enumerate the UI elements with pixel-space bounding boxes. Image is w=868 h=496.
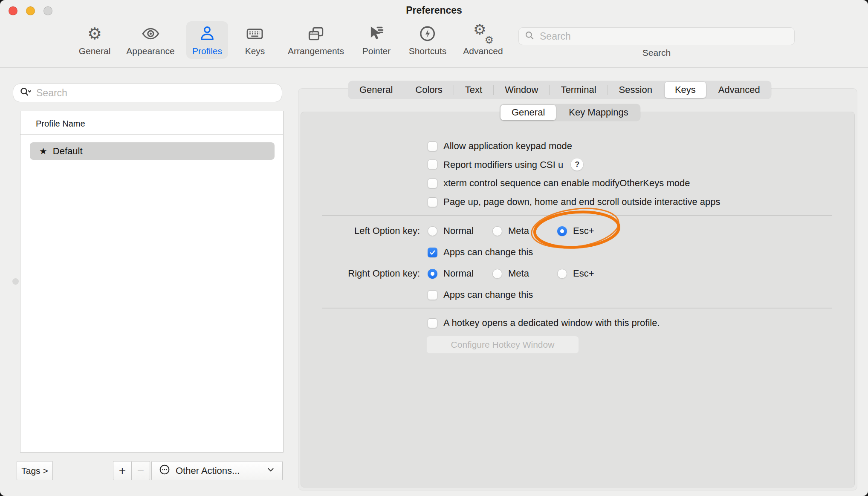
profile-name: Default — [53, 146, 83, 157]
radio-right-meta-item: Meta — [492, 268, 529, 279]
checkbox-keypad-mode[interactable] — [428, 141, 437, 151]
profile-list: Profile Name ★ Default — [20, 111, 284, 453]
radio-left-meta-item: Meta — [492, 225, 529, 236]
radio-right-esc-item: Esc+ — [557, 268, 594, 279]
radio-right-esc[interactable] — [557, 269, 567, 279]
tab-general[interactable]: General — [348, 81, 404, 99]
tab-window[interactable]: Window — [494, 81, 549, 99]
checkbox-csi-u[interactable] — [428, 160, 437, 170]
radio-left-normal[interactable] — [428, 226, 437, 236]
remove-profile-button[interactable]: − — [131, 461, 150, 480]
checkbox-page-scroll[interactable] — [428, 197, 437, 207]
left-option-key-label: Left Option key: — [311, 225, 420, 236]
checkbox-row: Page up, page down, home and end scroll … — [428, 196, 720, 208]
toolbar-item-profiles[interactable]: Profiles — [186, 21, 228, 59]
profile-search-field[interactable] — [13, 84, 282, 102]
keys-subtab-bar: General Key Mappings — [500, 104, 640, 121]
toolbar-search-field[interactable] — [518, 27, 795, 45]
gear-icon: ⚙ — [87, 24, 102, 43]
radio-right-meta[interactable] — [492, 269, 502, 279]
tab-advanced[interactable]: Advanced — [707, 81, 771, 99]
tab-colors[interactable]: Colors — [404, 81, 454, 99]
preferences-window: Preferences ⚙ General Appearance Profile… — [0, 0, 868, 496]
checkbox-right-apps-can-change[interactable] — [428, 290, 437, 300]
circle-ellipsis-icon — [159, 464, 171, 478]
radio-right-normal[interactable] — [428, 269, 437, 279]
profile-list-header: Profile Name — [36, 119, 85, 129]
toolbar-item-general[interactable]: ⚙ General — [73, 21, 117, 59]
toolbar-item-appearance[interactable]: Appearance — [120, 21, 180, 59]
windows-icon — [307, 24, 325, 43]
radio-left-meta[interactable] — [492, 226, 502, 236]
search-icon — [524, 30, 535, 43]
help-button[interactable]: ? — [571, 159, 583, 171]
checkbox-hotkey-window[interactable] — [428, 318, 437, 328]
section-divider — [322, 215, 832, 216]
profile-row-default[interactable]: ★ Default — [30, 142, 275, 160]
section-divider — [322, 308, 832, 309]
checkbox-row: Apps can change this — [428, 289, 533, 300]
title-bar: Preferences — [0, 0, 868, 21]
tab-terminal[interactable]: Terminal — [550, 81, 607, 99]
radio-left-esc-item: Esc+ — [557, 225, 594, 236]
toolbar-item-arrangements[interactable]: Arrangements — [282, 21, 350, 59]
configure-hotkey-window-button[interactable]: Configure Hotkey Window — [426, 336, 579, 354]
radio-left-esc[interactable] — [557, 226, 567, 236]
checkbox-left-apps-can-change[interactable] — [428, 248, 437, 257]
cursor-icon — [367, 24, 386, 43]
person-icon — [198, 24, 217, 43]
tab-session[interactable]: Session — [608, 81, 663, 99]
checkmark-icon — [429, 249, 436, 256]
toolbar-item-pointer[interactable]: Pointer — [356, 21, 397, 59]
keyboard-icon — [246, 24, 264, 43]
checkbox-row: Allow application keypad mode — [428, 141, 572, 152]
lightning-circle-icon — [418, 24, 437, 43]
other-actions-dropdown[interactable]: Other Actions... — [151, 461, 283, 480]
profile-tab-bar: General Colors Text Window Terminal Sess… — [348, 81, 771, 99]
toolbar-item-keys[interactable]: Keys — [239, 21, 271, 59]
tags-button[interactable]: Tags > — [17, 461, 53, 480]
subtab-general[interactable]: General — [501, 105, 556, 120]
toolbar-item-shortcuts[interactable]: Shortcuts — [403, 21, 453, 59]
checkbox-row: Report modifiers using CSI u ? — [428, 159, 583, 171]
eye-icon — [141, 24, 160, 43]
profile-search-input[interactable] — [35, 87, 276, 99]
screen: Preferences ⚙ General Appearance Profile… — [0, 0, 868, 496]
add-profile-button[interactable]: + — [113, 461, 132, 480]
chevron-down-icon — [266, 465, 275, 477]
splitter-handle[interactable] — [12, 278, 19, 285]
search-caption: Search — [518, 48, 795, 58]
checkbox-row: A hotkey opens a dedicated window with t… — [428, 317, 660, 329]
gears-icon: ⚙⚙ — [473, 24, 493, 43]
window-title: Preferences — [0, 5, 868, 16]
star-icon: ★ — [39, 147, 47, 156]
toolbar-item-advanced[interactable]: ⚙⚙ Advanced — [457, 21, 509, 59]
checkbox-row: xterm control sequence can enable modify… — [428, 178, 690, 189]
subtab-key-mappings[interactable]: Key Mappings — [557, 104, 640, 121]
checkbox-row: Apps can change this — [428, 247, 533, 258]
search-scope-icon — [19, 86, 32, 100]
toolbar-divider — [0, 67, 868, 68]
right-option-key-label: Right Option key: — [311, 268, 420, 279]
search-input[interactable] — [539, 30, 789, 43]
radio-left-normal-item: Normal — [428, 225, 474, 236]
tab-keys[interactable]: Keys — [665, 82, 706, 98]
header-divider — [20, 134, 283, 135]
tab-text[interactable]: Text — [454, 81, 493, 99]
radio-right-normal-item: Normal — [428, 268, 474, 279]
checkbox-modify-other-keys[interactable] — [428, 179, 437, 188]
